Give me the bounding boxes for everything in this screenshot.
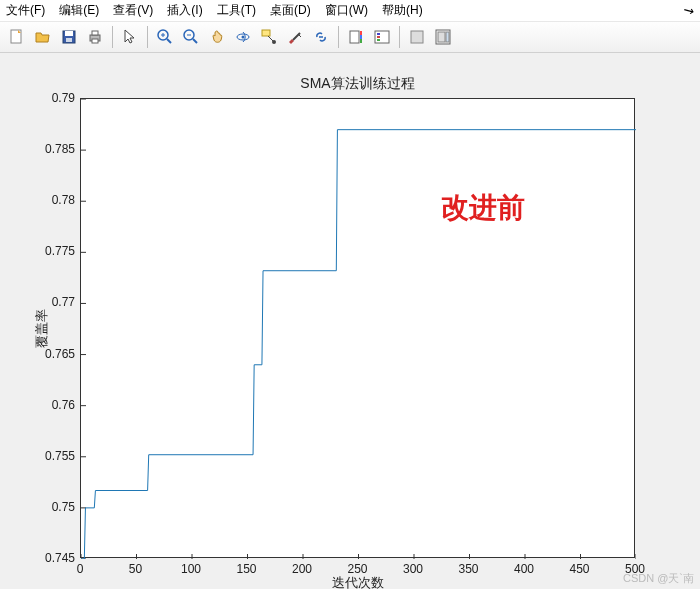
y-tick-label: 0.785 (25, 142, 75, 156)
open-icon[interactable] (31, 25, 55, 49)
y-axis-label: 覆盖率 (33, 309, 51, 348)
pan-icon[interactable] (205, 25, 229, 49)
menu-edit[interactable]: 编辑(E) (59, 2, 99, 19)
svg-rect-16 (262, 30, 270, 36)
x-tick-label: 200 (292, 562, 312, 576)
svg-rect-3 (66, 38, 72, 42)
x-tick-label: 350 (458, 562, 478, 576)
chart-plot (81, 99, 636, 559)
svg-rect-23 (360, 31, 362, 35)
y-tick-label: 0.775 (25, 244, 75, 258)
y-tick-label: 0.76 (25, 398, 75, 412)
x-tick-label: 50 (129, 562, 142, 576)
dock-icon[interactable]: ↘ (680, 1, 697, 19)
menu-tools[interactable]: 工具(T) (217, 2, 256, 19)
toolbar (0, 22, 700, 53)
menu-view[interactable]: 查看(V) (113, 2, 153, 19)
chart-title: SMA算法训练过程 (80, 75, 635, 93)
pointer-icon[interactable] (118, 25, 142, 49)
menu-help[interactable]: 帮助(H) (382, 2, 423, 19)
x-tick-label: 150 (236, 562, 256, 576)
link-data-icon[interactable] (309, 25, 333, 49)
svg-rect-29 (411, 31, 423, 43)
svg-rect-31 (438, 32, 445, 42)
figure-area: SMA算法训练过程 覆盖率 迭代次数 改进前 0.7450.750.7550.7… (0, 53, 700, 589)
chart-axes[interactable]: 改进前 (80, 98, 635, 558)
svg-line-12 (193, 39, 197, 43)
menu-file[interactable]: 文件(F) (6, 2, 45, 19)
x-tick-label: 250 (347, 562, 367, 576)
y-tick-label: 0.75 (25, 500, 75, 514)
svg-rect-2 (65, 31, 73, 36)
zoom-out-icon[interactable] (179, 25, 203, 49)
plot-tools-icon[interactable] (431, 25, 455, 49)
svg-rect-32 (446, 32, 449, 42)
save-icon[interactable] (57, 25, 81, 49)
svg-line-19 (293, 33, 300, 40)
menu-window[interactable]: 窗口(W) (325, 2, 368, 19)
x-tick-label: 100 (181, 562, 201, 576)
menu-insert[interactable]: 插入(I) (167, 2, 202, 19)
new-figure-icon[interactable] (5, 25, 29, 49)
y-tick-label: 0.755 (25, 449, 75, 463)
svg-point-15 (242, 36, 245, 39)
y-tick-label: 0.78 (25, 193, 75, 207)
svg-line-8 (167, 39, 171, 43)
y-tick-label: 0.79 (25, 91, 75, 105)
menu-bar: 文件(F) 编辑(E) 查看(V) 插入(I) 工具(T) 桌面(D) 窗口(W… (0, 0, 700, 22)
x-tick-label: 450 (569, 562, 589, 576)
svg-rect-21 (350, 31, 359, 43)
x-axis-label: 迭代次数 (80, 574, 635, 589)
x-tick-label: 400 (514, 562, 534, 576)
data-cursor-icon[interactable] (257, 25, 281, 49)
svg-rect-6 (92, 39, 98, 43)
y-tick-label: 0.765 (25, 347, 75, 361)
watermark: CSDN @天`南 (623, 571, 694, 586)
svg-rect-5 (92, 31, 98, 35)
x-tick-label: 0 (77, 562, 84, 576)
svg-point-18 (272, 40, 276, 44)
y-tick-label: 0.77 (25, 295, 75, 309)
colorbar-icon[interactable] (344, 25, 368, 49)
svg-rect-24 (360, 39, 362, 43)
brush-icon[interactable] (283, 25, 307, 49)
legend-icon[interactable] (370, 25, 394, 49)
menu-desktop[interactable]: 桌面(D) (270, 2, 311, 19)
zoom-in-icon[interactable] (153, 25, 177, 49)
rotate-3d-icon[interactable] (231, 25, 255, 49)
x-tick-label: 300 (403, 562, 423, 576)
annotation-text: 改进前 (441, 189, 525, 227)
print-icon[interactable] (83, 25, 107, 49)
y-tick-label: 0.745 (25, 551, 75, 565)
new-subplot-icon[interactable] (405, 25, 429, 49)
